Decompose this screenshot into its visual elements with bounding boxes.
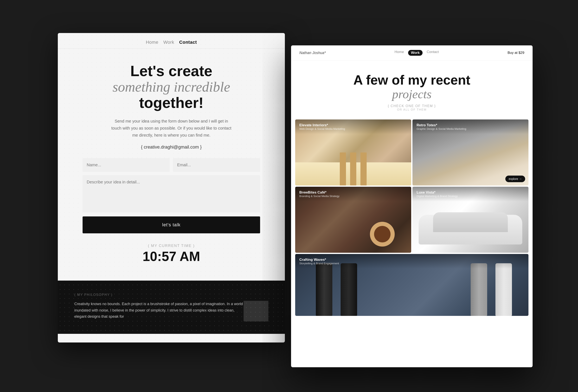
interiors-overlay: Elevate Interiors* Web Design & Social M… bbox=[295, 120, 411, 134]
contact-nav-contact[interactable]: Contact bbox=[179, 40, 197, 45]
time-label: ( MY CURRENT TIME ) bbox=[83, 244, 260, 248]
retro-title: Retro Totes* bbox=[417, 123, 524, 127]
time-value: 10:57 AM bbox=[83, 249, 260, 264]
contact-nav-work[interactable]: Work bbox=[163, 40, 174, 45]
bottle-4-deco bbox=[495, 263, 512, 316]
message-textarea[interactable] bbox=[83, 175, 260, 212]
crafting-title: Crafting Waves* bbox=[299, 258, 524, 262]
project-card-interiors[interactable]: Elevate Interiors* Web Design & Social M… bbox=[295, 120, 411, 185]
work-nav-contact[interactable]: Contact bbox=[427, 50, 439, 56]
submit-button[interactable]: let's talk bbox=[83, 217, 260, 233]
brew-sub: Branding & Social Media Strategy bbox=[299, 195, 407, 198]
bottle-3-deco bbox=[471, 263, 487, 316]
luxe-overlay: Luxe Vista* Digital Marketing & Brand St… bbox=[412, 187, 529, 201]
retro-sub: Graphic Design & Social Media Marketing bbox=[417, 127, 524, 131]
project-card-crafting[interactable]: Crafting Waves* Storytelling & Brand Eng… bbox=[295, 254, 529, 316]
brew-title: BrewBites Café* bbox=[299, 190, 407, 195]
coffee-cup-deco bbox=[370, 222, 395, 247]
contact-email: { creative.draghi@gmail.com } bbox=[83, 144, 260, 150]
brew-overlay: BrewBites Café* Branding & Social Media … bbox=[295, 187, 411, 201]
stool-1 bbox=[340, 152, 346, 185]
project-card-brew[interactable]: BrewBites Café* Branding & Social Media … bbox=[295, 187, 411, 253]
time-section: ( MY CURRENT TIME ) 10:57 AM bbox=[83, 244, 260, 264]
stool-3 bbox=[360, 152, 367, 185]
contact-page-card: Home Work Contact Let's create something… bbox=[58, 33, 285, 343]
scene-container: Home Work Contact Let's create something… bbox=[41, 21, 537, 371]
headline-line3: together! bbox=[139, 94, 203, 111]
name-input[interactable] bbox=[83, 158, 170, 172]
work-brand: Nathan Joshua* bbox=[299, 51, 326, 55]
contact-body: Let's create something incredible togeth… bbox=[58, 48, 285, 272]
bottle-2-deco bbox=[341, 263, 357, 316]
luxe-title: Luxe Vista* bbox=[417, 190, 524, 195]
contact-nav: Home Work Contact bbox=[58, 33, 285, 48]
headline-line2: something incredible bbox=[83, 79, 260, 95]
interiors-sub: Web Design & Social Media Marketing bbox=[299, 127, 407, 131]
project-card-luxe[interactable]: Luxe Vista* Digital Marketing & Brand St… bbox=[412, 187, 529, 253]
interiors-title: Elevate Interiors* bbox=[299, 123, 407, 127]
retro-explore-button[interactable]: explore → bbox=[505, 175, 525, 182]
contact-nav-home[interactable]: Home bbox=[146, 40, 158, 45]
work-nav-work[interactable]: Work bbox=[408, 50, 423, 56]
work-hero-sub2: OR ALL OF THEM bbox=[308, 108, 516, 111]
stool-2 bbox=[350, 152, 356, 185]
work-title-line1: A few of my recent bbox=[353, 73, 471, 87]
work-nav-home[interactable]: Home bbox=[394, 50, 404, 56]
bottle-1-deco bbox=[316, 263, 332, 316]
car-roof-deco bbox=[433, 212, 508, 232]
crafting-sub: Storytelling & Brand Engagement bbox=[299, 262, 524, 265]
project-grid: Elevate Interiors* Web Design & Social M… bbox=[291, 117, 532, 318]
kitchen-stools-deco bbox=[305, 152, 401, 185]
work-title-line2: projects bbox=[308, 87, 516, 101]
crafting-overlay: Crafting Waves* Storytelling & Brand Eng… bbox=[295, 254, 529, 269]
headline-line1: Let's create bbox=[130, 63, 212, 79]
work-nav: Nathan Joshua* Home Work Contact Buy at … bbox=[291, 45, 532, 60]
retro-overlay: Retro Totes* Graphic Design & Social Med… bbox=[412, 120, 529, 134]
contact-form: let's talk bbox=[83, 158, 260, 233]
work-hero-sub1: { CHECK ONE OF THEM } bbox=[308, 104, 516, 108]
contact-subtext: Send me your idea using the form down be… bbox=[109, 118, 233, 139]
work-page-card: Nathan Joshua* Home Work Contact Buy at … bbox=[291, 45, 532, 367]
contact-headline: Let's create something incredible togeth… bbox=[83, 63, 260, 111]
form-row-top bbox=[83, 158, 260, 172]
work-hero: A few of my recent projects { CHECK ONE … bbox=[291, 60, 532, 117]
project-card-retro[interactable]: Retro Totes* Graphic Design & Social Med… bbox=[412, 120, 529, 185]
work-hero-title: A few of my recent projects bbox=[308, 73, 516, 101]
coffee-latte-deco bbox=[374, 226, 390, 242]
email-input[interactable] bbox=[173, 158, 260, 172]
buy-button[interactable]: Buy at $29 bbox=[508, 51, 524, 55]
work-nav-links: Home Work Contact bbox=[394, 50, 439, 56]
luxe-sub: Digital Marketing & Brand Strategy bbox=[417, 195, 524, 198]
